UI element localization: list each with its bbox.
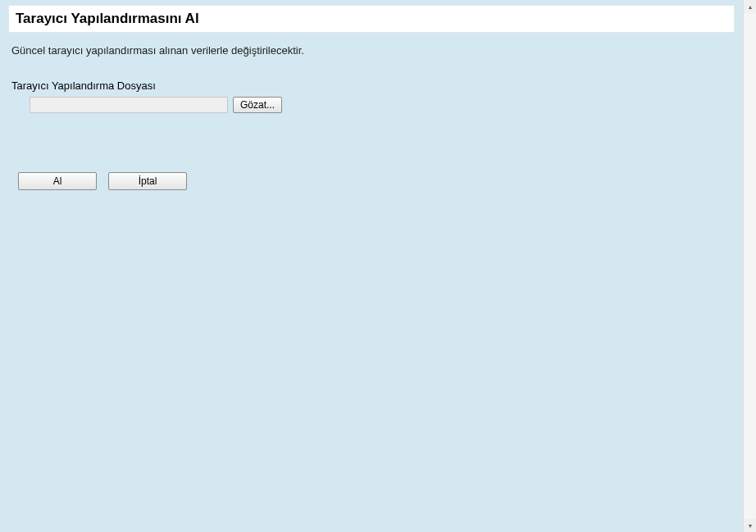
button-row: Al İptal (18, 172, 743, 190)
scroll-up-button[interactable]: ▴ (744, 0, 756, 13)
description-text: Güncel tarayıcı yapılandırması alınan ve… (11, 44, 743, 57)
browse-button[interactable]: Gözat... (233, 97, 282, 113)
cancel-button[interactable]: İptal (108, 172, 187, 190)
scroll-track[interactable] (744, 13, 756, 519)
file-path-input[interactable] (30, 97, 228, 113)
scroll-down-button[interactable]: ▾ (744, 519, 756, 532)
file-row: Gözat... (30, 97, 743, 113)
page-title: Tarayıcı Yapılandırmasını Al (16, 11, 727, 27)
title-panel: Tarayıcı Yapılandırmasını Al (8, 5, 735, 33)
file-label: Tarayıcı Yapılandırma Dosyası (11, 80, 743, 92)
import-button[interactable]: Al (18, 172, 97, 190)
vertical-scrollbar[interactable]: ▴ ▾ (743, 0, 756, 532)
main-panel: Tarayıcı Yapılandırmasını Al Güncel tara… (0, 0, 743, 532)
